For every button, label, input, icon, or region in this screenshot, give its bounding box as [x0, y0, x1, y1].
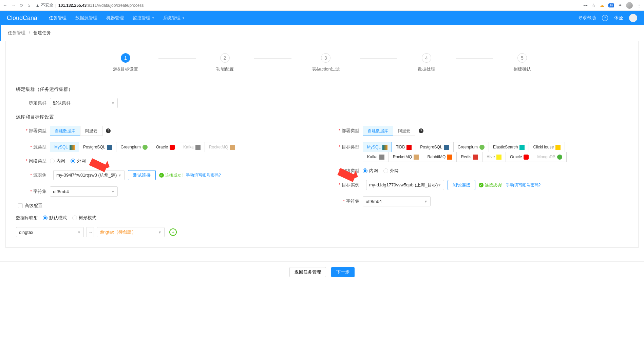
section-cluster: 绑定集群（任务运行集群）	[16, 86, 628, 93]
tgt-net-external[interactable]: 外网	[383, 168, 399, 174]
src-type-oracle[interactable]: Oracle	[152, 142, 179, 152]
tgt-type-mongodb: MongoDB	[533, 152, 566, 162]
tgt-instance-select[interactable]: my-d1dg1779vvw5qub (上海_目标)▼	[366, 180, 444, 190]
main-panel: 1源&目标设置 2功能配置 3表&action过滤 4数据处理 5创建确认 绑定…	[5, 41, 639, 248]
src-type-postgresql[interactable]: PostgreSQL	[79, 142, 116, 152]
mapping-arrow-icon: →	[87, 227, 94, 237]
step-5[interactable]: 5创建确认	[513, 53, 531, 72]
breadcrumb: 任务管理 / 创建任务	[0, 25, 644, 41]
help-icon[interactable]: ?	[602, 15, 608, 21]
info-icon[interactable]: ?	[419, 128, 423, 133]
src-deploy-aliyun[interactable]: 阿里云	[80, 126, 102, 136]
browser-back-icon[interactable]: ←	[3, 3, 7, 8]
src-net-internal[interactable]: 内网	[50, 158, 65, 164]
app-header: CloudCanal 任务管理 数据源管理 机器管理 监控管理 系统管理 寻求帮…	[0, 11, 644, 25]
browser-reload-icon[interactable]: ⟳	[20, 3, 23, 8]
logo[interactable]: CloudCanal	[7, 15, 39, 22]
browser-home-icon[interactable]: ⌂	[27, 3, 30, 8]
footer: 返回任务管理 下一步	[0, 261, 644, 283]
postgresql-icon	[107, 145, 112, 150]
clickhouse-icon	[555, 145, 561, 150]
src-charset-select[interactable]: utf8mb4▼	[50, 186, 118, 197]
tgt-deploy-self[interactable]: 自建数据库	[363, 126, 393, 136]
tgt-deploy-aliyun[interactable]: 阿里云	[393, 126, 415, 136]
oracle-icon	[170, 145, 175, 150]
tgt-type-elasticsearch[interactable]: ElasticSearch	[489, 142, 529, 152]
step-1[interactable]: 1源&目标设置	[113, 53, 138, 72]
user-avatar[interactable]	[629, 14, 637, 22]
src-deploy-self[interactable]: 自建数据库	[50, 126, 80, 136]
mysql-icon	[382, 145, 387, 150]
insecure-label: 不安全	[41, 2, 53, 8]
src-status-ok: 连接成功!	[159, 172, 183, 178]
src-test-button[interactable]: 测试连接	[128, 170, 156, 180]
tgt-type-clickhouse[interactable]: ClickHouse	[529, 142, 565, 152]
star-icon[interactable]: ☆	[592, 3, 596, 8]
key-icon[interactable]: ⊶	[583, 3, 588, 8]
kafka-icon	[379, 155, 384, 160]
src-type-kafka: Kafka	[179, 142, 205, 152]
extension-cloud-icon[interactable]: ☁	[600, 3, 604, 8]
breadcrumb-root[interactable]: 任务管理	[8, 30, 25, 35]
tgt-type-kafka[interactable]: Kafka	[363, 152, 389, 162]
tgt-type-postgresql[interactable]: PostgreSQL	[416, 142, 453, 152]
tgt-type-redis[interactable]: Redis	[456, 152, 482, 162]
mapping-add-button[interactable]: +	[169, 228, 177, 236]
src-net-external[interactable]: 外网	[71, 158, 86, 164]
mapping-mode-tree[interactable]: 树形模式	[72, 215, 96, 221]
mapping-mode-default[interactable]: 默认模式	[43, 215, 67, 221]
menu-dots-icon[interactable]: ⋮	[637, 3, 641, 8]
extension-badge[interactable]: JH	[608, 3, 614, 7]
mapping-src-select[interactable]: dingtax▼	[16, 227, 84, 237]
greenplum-icon	[479, 145, 485, 150]
step-2[interactable]: 2功能配置	[216, 53, 234, 72]
mysql-icon	[70, 145, 75, 150]
tgt-type-mysql[interactable]: MySQL	[363, 142, 392, 152]
tgt-charset-select[interactable]: utf8mb4▼	[363, 196, 431, 206]
tidb-icon	[406, 145, 412, 150]
puzzle-icon[interactable]: ✦	[618, 3, 622, 8]
greenplum-icon	[143, 145, 148, 150]
trial-link[interactable]: 体验	[614, 15, 623, 21]
info-icon[interactable]: ?	[106, 128, 111, 133]
target-column: *部署类型 自建数据库 阿里云 ? *目标类型 MySQLTiDBPostgre…	[329, 126, 628, 237]
mapping-title: 数据库映射	[16, 215, 38, 221]
src-type-mysql[interactable]: MySQL	[50, 142, 79, 152]
tgt-type-oracle[interactable]: Oracle	[506, 152, 533, 162]
nav-machine[interactable]: 机器管理	[106, 15, 124, 21]
oracle-icon	[524, 155, 529, 160]
nav-monitor[interactable]: 监控管理	[133, 15, 154, 21]
source-column: *部署类型 自建数据库 阿里云 ? *源类型 MySQLPostgreSQLGr…	[16, 126, 315, 237]
url-path: :8111/#/data/job/create/process	[87, 3, 144, 8]
adv-checkbox[interactable]: 高级配置	[18, 203, 42, 209]
tgt-net-internal[interactable]: 内网	[363, 168, 378, 174]
insecure-icon: ▲	[36, 3, 40, 8]
tgt-pwd-link[interactable]: 手动填写账号密码?	[506, 182, 541, 188]
tgt-test-button[interactable]: 测试连接	[448, 180, 475, 190]
wizard-steps: 1源&目标设置 2功能配置 3表&action过滤 4数据处理 5创建确认	[6, 41, 638, 82]
next-button[interactable]: 下一步	[331, 267, 355, 277]
tgt-type-rabbitmq[interactable]: RabbitMQ	[423, 152, 457, 162]
back-button[interactable]: 返回任务管理	[289, 267, 326, 277]
cluster-label: 绑定集群	[16, 100, 46, 106]
address-bar[interactable]: ▲不安全 | 101.132.255.43:8111/#/data/job/cr…	[33, 2, 581, 8]
browser-chrome: ← → ⟳ ⌂ ▲不安全 | 101.132.255.43:8111/#/dat…	[0, 0, 644, 11]
step-3[interactable]: 3表&action过滤	[312, 53, 340, 72]
step-4[interactable]: 4数据处理	[418, 53, 435, 72]
tgt-type-tidb[interactable]: TiDB	[392, 142, 416, 152]
src-instance-select[interactable]: my-394l7frw81rqsw3 (杭州_源)▼	[53, 170, 125, 180]
nav-datasource[interactable]: 数据源管理	[75, 15, 97, 21]
browser-forward-icon[interactable]: →	[11, 3, 16, 8]
tgt-type-rocketmq[interactable]: RocketMQ	[389, 152, 423, 162]
src-type-greenplum[interactable]: Greenplum	[116, 142, 152, 152]
tgt-type-greenplum[interactable]: Greenplum	[453, 142, 489, 152]
profile-avatar[interactable]	[626, 2, 633, 9]
tgt-type-hive[interactable]: Hive	[482, 152, 506, 162]
cluster-select[interactable]: 默认集群▼	[50, 98, 118, 108]
nav-system[interactable]: 系统管理	[163, 15, 184, 21]
rocketmq-icon	[230, 145, 235, 150]
help-link[interactable]: 寻求帮助	[578, 15, 596, 21]
nav-task[interactable]: 任务管理	[49, 15, 67, 21]
src-pwd-link[interactable]: 手动填写账号密码?	[186, 172, 221, 178]
mapping-tgt-select[interactable]: dingtax（待创建）▼	[97, 227, 165, 237]
